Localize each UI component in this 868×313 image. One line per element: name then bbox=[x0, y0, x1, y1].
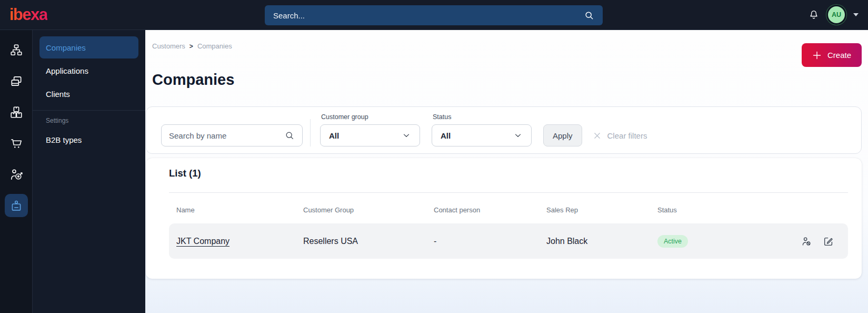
rail-item-audience[interactable] bbox=[5, 163, 28, 186]
global-search[interactable] bbox=[265, 5, 603, 25]
table-header: Name Customer Group Contact person Sales… bbox=[169, 206, 848, 214]
filter-search-input[interactable] bbox=[169, 131, 284, 140]
sidebar-item-applications[interactable]: Applications bbox=[39, 60, 138, 82]
breadcrumb-separator: > bbox=[189, 43, 193, 50]
column-header-contact-person: Contact person bbox=[434, 206, 546, 214]
customer-group-value: All bbox=[329, 131, 339, 140]
sidebar-item-clients[interactable]: Clients bbox=[39, 83, 138, 105]
chevron-down-icon bbox=[513, 131, 523, 140]
app-logo: ibexa bbox=[9, 5, 47, 24]
sitemap-icon bbox=[9, 43, 23, 57]
cell-sales-rep: John Black bbox=[546, 237, 657, 246]
audience-target-icon bbox=[9, 168, 23, 181]
cell-customer-group: Resellers USA bbox=[303, 237, 434, 246]
sidebar-item-b2b-types[interactable]: B2B types bbox=[39, 129, 138, 151]
sidebar-item-companies[interactable]: Companies bbox=[39, 36, 138, 58]
sidebar-item-label: Clients bbox=[46, 90, 70, 99]
create-button-label: Create bbox=[827, 51, 851, 60]
filter-group-customer-group: Customer group All bbox=[320, 113, 420, 146]
company-name-link[interactable]: JKT Company bbox=[176, 237, 230, 246]
list-title: List (1) bbox=[169, 168, 848, 179]
customer-group-select[interactable]: All bbox=[320, 124, 420, 146]
cell-contact-person: - bbox=[434, 237, 546, 246]
rail-item-customer-portal[interactable] bbox=[5, 194, 28, 217]
main-content: Customers > Companies Create Companies bbox=[145, 30, 868, 313]
rail-item-pages[interactable] bbox=[5, 70, 28, 93]
cart-icon bbox=[9, 136, 23, 150]
deactivate-company-button[interactable] bbox=[801, 236, 812, 247]
breadcrumb: Customers > Companies bbox=[152, 42, 232, 50]
company-badge-icon bbox=[9, 199, 23, 212]
deactivate-user-icon bbox=[801, 236, 812, 247]
pages-icon bbox=[9, 74, 23, 88]
filter-divider bbox=[310, 119, 311, 146]
search-icon bbox=[284, 130, 295, 141]
rail-item-commerce[interactable] bbox=[5, 132, 28, 155]
customer-group-label: Customer group bbox=[321, 113, 420, 121]
notifications-button[interactable] bbox=[808, 9, 820, 21]
sidebar: Companies Applications Clients Settings … bbox=[33, 30, 145, 313]
filter-bar: Customer group All Status All bbox=[146, 106, 862, 154]
table-row: JKT Company Resellers USA - John Black A… bbox=[169, 223, 848, 259]
chevron-down-icon[interactable] bbox=[853, 13, 859, 16]
topbar: ibexa AU bbox=[0, 0, 868, 30]
rail-item-products[interactable] bbox=[5, 101, 28, 124]
edit-company-button[interactable] bbox=[823, 236, 834, 247]
column-header-name: Name bbox=[176, 206, 303, 214]
clear-filters-button[interactable]: Clear filters bbox=[593, 124, 647, 146]
status-label: Status bbox=[433, 113, 532, 121]
bell-icon bbox=[808, 9, 820, 21]
plus-icon bbox=[812, 51, 822, 60]
column-header-status: Status bbox=[657, 206, 790, 214]
search-icon bbox=[584, 10, 594, 21]
row-actions bbox=[790, 236, 848, 247]
status-value: All bbox=[441, 131, 451, 140]
chevron-down-icon bbox=[402, 131, 411, 140]
list-divider bbox=[169, 192, 848, 193]
status-select[interactable]: All bbox=[432, 124, 532, 146]
sidebar-section-settings: Settings bbox=[39, 111, 138, 129]
breadcrumb-customers[interactable]: Customers bbox=[152, 42, 185, 50]
icon-rail bbox=[0, 30, 33, 313]
global-search-input[interactable] bbox=[273, 11, 584, 20]
rail-item-content-tree[interactable] bbox=[5, 38, 28, 62]
products-boxes-icon bbox=[9, 105, 23, 119]
clear-x-icon bbox=[593, 131, 602, 140]
filter-search[interactable] bbox=[161, 124, 303, 146]
create-button[interactable]: Create bbox=[802, 43, 862, 67]
topbar-actions: AU bbox=[808, 6, 859, 23]
breadcrumb-companies[interactable]: Companies bbox=[197, 42, 232, 50]
sidebar-item-label: Companies bbox=[46, 43, 86, 52]
clear-filters-label: Clear filters bbox=[607, 131, 647, 140]
avatar[interactable]: AU bbox=[828, 6, 845, 23]
page-title: Companies bbox=[152, 71, 862, 88]
sidebar-item-label: B2B types bbox=[46, 135, 82, 144]
column-header-customer-group: Customer Group bbox=[303, 206, 434, 214]
sidebar-item-label: Applications bbox=[46, 66, 88, 75]
status-badge: Active bbox=[657, 235, 688, 248]
filter-group-status: Status All bbox=[432, 113, 532, 146]
companies-list-card: List (1) Name Customer Group Contact per… bbox=[146, 158, 862, 279]
column-header-sales-rep: Sales Rep bbox=[546, 206, 657, 214]
apply-button[interactable]: Apply bbox=[543, 124, 582, 146]
edit-icon bbox=[823, 236, 834, 247]
